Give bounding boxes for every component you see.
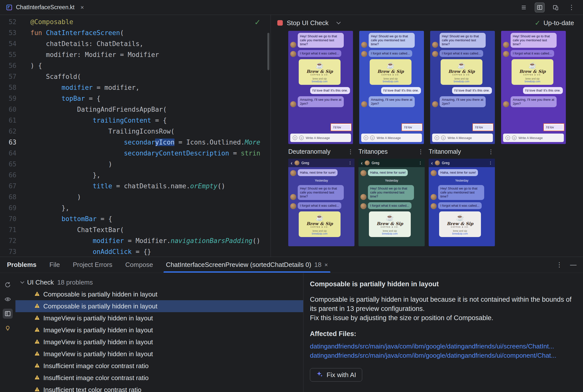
code-line[interactable]: 54 chatDetails: ChatDetails, (0, 38, 270, 49)
emoji-icon[interactable]: ☺ (512, 136, 516, 140)
lightbulb-icon[interactable] (3, 323, 13, 333)
add-attachment-icon[interactable]: + (506, 136, 510, 140)
brew-sip-card[interactable]: ☕Brew & SipCOFFEE & CO.brew and sipbrew&… (299, 59, 341, 85)
problem-item[interactable]: ImageView is partially hidden in layout (16, 324, 303, 336)
code-line[interactable]: 53fun ChatInterfaceScreen( (0, 27, 270, 38)
phone-preview[interactable]: Hey! Should we go to that cafe you menti… (430, 31, 495, 144)
code-line[interactable]: 58 modifier = modifier, (0, 82, 270, 93)
stop-icon[interactable] (277, 20, 283, 26)
chat-options-icon[interactable]: ⋮ (489, 161, 492, 165)
flagged-hidden-composable[interactable]: I'd lov (402, 124, 422, 130)
variant-kebab-icon[interactable]: ⋮ (348, 148, 355, 155)
details-view-icon[interactable] (3, 309, 13, 318)
brew-sip-card[interactable]: ☕Brew & SipCOFFEE & CO.brew and sipbrew&… (511, 59, 553, 85)
problem-item[interactable]: ImageView is partially hidden in layout (16, 348, 303, 360)
minimize-panel-icon[interactable]: — (570, 261, 576, 269)
code-view-icon[interactable] (519, 2, 529, 12)
code-line[interactable]: 57 Scaffold( (0, 71, 270, 82)
code-line[interactable]: 65 ) (0, 159, 270, 170)
affected-file-link[interactable]: datingandfriends/src/main/java/com/ibm/g… (310, 342, 575, 351)
problem-item[interactable]: Composable is partially hidden in layout (16, 288, 303, 300)
chat-options-icon[interactable]: ⋮ (348, 161, 352, 165)
code-line[interactable]: 68 ) (0, 192, 270, 202)
code-line[interactable]: 61 trailingContent = { (0, 115, 270, 126)
flagged-hidden-composable[interactable]: I'd lov (544, 124, 564, 130)
problem-item[interactable]: Insufficient text color contrast ratio (16, 384, 303, 392)
panel-options-icon[interactable]: ⋮ (556, 261, 562, 269)
preview-eye-icon[interactable] (3, 294, 13, 304)
preview-canvas[interactable]: Hey! Should we go to that cafe you menti… (271, 31, 583, 257)
file-tab[interactable]: ChatInterfaceScreen.kt × (6, 0, 84, 15)
phone-preview[interactable]: ‹Greg⋮Haha, next time for sure!Yesterday… (359, 159, 425, 246)
back-icon[interactable]: ‹ (291, 160, 293, 166)
problems-tree[interactable]: UI Check 18 problems Composable is parti… (16, 273, 303, 392)
problem-item[interactable]: Insufficient image color contrast ratio (16, 372, 303, 384)
emoji-icon[interactable]: ☺ (370, 136, 375, 140)
code-line[interactable]: 62 TrailingIconsRow( (0, 126, 270, 137)
stop-ui-check-button[interactable]: Stop UI Check (287, 19, 329, 27)
editor-scrollbar[interactable] (267, 33, 269, 70)
problem-item[interactable]: ImageView is partially hidden in layout (16, 336, 303, 348)
code-editor[interactable]: 52@Composable53fun ChatInterfaceScreen(5… (0, 15, 271, 257)
code-line[interactable]: 70 bottomBar = { (0, 214, 270, 224)
message-input-bar[interactable]: +☺Write A Message (503, 134, 564, 142)
add-attachment-icon[interactable]: + (364, 136, 368, 140)
tab-close-icon[interactable]: × (324, 262, 328, 268)
flagged-hidden-composable[interactable]: I'd lov (473, 124, 493, 130)
code-line[interactable]: 66 }, (0, 170, 270, 180)
code-line[interactable]: 52@Composable (0, 16, 270, 27)
phone-preview[interactable]: Hey! Should we go to that cafe you menti… (501, 31, 566, 144)
phone-preview[interactable]: Hey! Should we go to that cafe you menti… (288, 31, 353, 144)
code-line[interactable]: 56) { (0, 60, 270, 71)
variant-kebab-icon[interactable]: ⋮ (418, 148, 425, 155)
brew-sip-card[interactable]: ☕Brew & SipCOFFEE & CO.brew and sipbrew&… (369, 212, 411, 237)
problems-group-header[interactable]: UI Check 18 problems (16, 276, 303, 288)
affected-file-link[interactable]: datingandfriends/src/main/java/com/ibm/g… (310, 351, 575, 360)
flagged-hidden-composable[interactable]: I'd lov (331, 124, 351, 130)
refresh-icon[interactable] (3, 280, 13, 290)
preview-view-icon[interactable] (551, 2, 560, 12)
back-icon[interactable]: ‹ (361, 160, 363, 166)
code-line[interactable]: 59 topBar = { (0, 93, 270, 104)
chat-options-icon[interactable]: ⋮ (418, 161, 422, 165)
tab-project-errors[interactable]: Project Errors (73, 257, 112, 272)
code-line[interactable]: 69 }, (0, 202, 270, 214)
brew-sip-card[interactable]: ☕Brew & SipCOFFEE & CO.brew and sipbrew&… (439, 212, 481, 237)
emoji-icon[interactable]: ☺ (441, 136, 446, 140)
brew-sip-card[interactable]: ☕Brew & SipCOFFEE & CO.brew and sipbrew&… (441, 59, 482, 85)
tab-file[interactable]: File (50, 257, 60, 272)
phone-preview[interactable]: ‹Greg⋮Haha, next time for sure!Yesterday… (288, 159, 355, 246)
code-line[interactable]: 67 title = chatDetails.name.orEmpty() (0, 180, 270, 192)
code-line[interactable]: 72 modifier = Modifier.navigationBarsPad… (0, 235, 270, 246)
problem-item[interactable]: Insufficient image color contrast ratio (16, 360, 303, 372)
add-attachment-icon[interactable]: + (435, 136, 439, 140)
variant-kebab-icon[interactable]: ⋮ (488, 148, 495, 155)
code-line[interactable]: 63 secondaryIcon = Icons.Outlined.More (0, 137, 270, 148)
tab-preview-problems[interactable]: ChatInterfaceScreenPreview (sortedChatDe… (166, 257, 328, 272)
code-line[interactable]: 55 modifier: Modifier = Modifier (0, 49, 270, 60)
fix-with-ai-button[interactable]: Fix with AI (310, 368, 362, 382)
inspection-ok-icon[interactable]: ✓ (254, 18, 261, 26)
code-line[interactable]: 60 DatingAndFriendsAppBar( (0, 104, 270, 115)
add-attachment-icon[interactable]: + (293, 136, 297, 140)
message-input-bar[interactable]: +☺Write A Message (361, 134, 422, 142)
chevron-down-icon[interactable] (336, 20, 341, 24)
code-line[interactable]: 73 onAddClick = {} (0, 246, 270, 257)
problem-item[interactable]: Composable is partially hidden in layout (16, 300, 303, 312)
back-icon[interactable]: ‹ (431, 160, 433, 166)
code-line[interactable]: 71 ChatTextBar( (0, 224, 270, 235)
brew-sip-card[interactable]: ☕Brew & SipCOFFEE & CO.brew and sipbrew&… (370, 59, 412, 85)
brew-sip-card[interactable]: ☕Brew & SipCOFFEE & CO.brew and sipbrew&… (299, 212, 341, 237)
collapse-chevron-icon[interactable] (21, 280, 24, 284)
phone-preview[interactable]: Hey! Should we go to that cafe you menti… (359, 31, 424, 144)
split-view-icon[interactable] (535, 2, 545, 12)
tab-close-icon[interactable]: × (80, 4, 84, 11)
tab-compose[interactable]: Compose (125, 257, 153, 272)
problem-item[interactable]: ImageView is partially hidden in layout (16, 312, 303, 324)
phone-preview[interactable]: ‹Greg⋮Haha, next time for sure!Yesterday… (429, 159, 495, 246)
tab-problems[interactable]: Problems (7, 257, 37, 272)
more-options-icon[interactable]: ⋮ (566, 2, 576, 12)
message-input-bar[interactable]: +☺Write A Message (432, 134, 493, 142)
code-line[interactable]: 64 secondaryContentDescription = strin (0, 148, 270, 159)
message-input-bar[interactable]: +☺Write A Message (290, 134, 351, 142)
